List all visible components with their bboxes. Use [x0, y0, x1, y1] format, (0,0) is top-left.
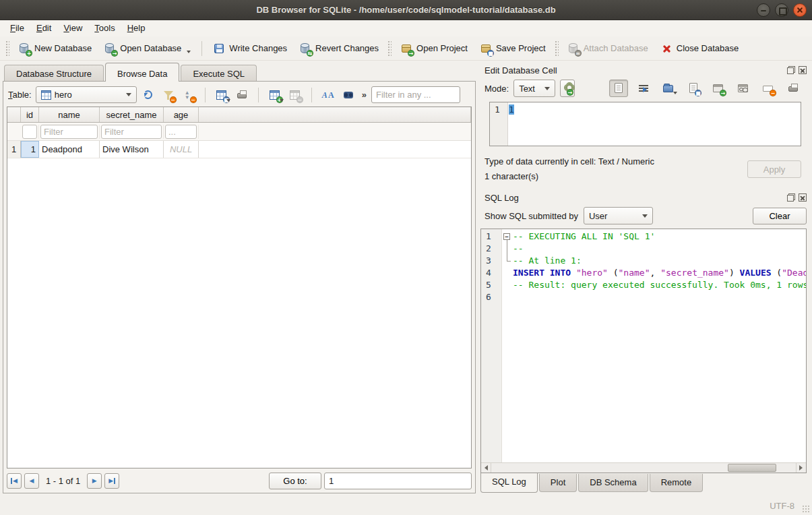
- log-line[interactable]: 6: [481, 291, 806, 303]
- log-line[interactable]: 1−-- EXECUTING ALL IN 'SQL 1': [481, 231, 806, 243]
- print-cell-button[interactable]: [784, 80, 803, 97]
- clear-filters-button[interactable]: −: [160, 86, 177, 104]
- open-database-dropdown-icon[interactable]: [187, 51, 191, 53]
- dock-close-icon[interactable]: [799, 193, 807, 202]
- resize-grip-icon[interactable]: [802, 505, 810, 513]
- revert-changes-button[interactable]: ⇆ Revert Changes: [293, 40, 385, 57]
- refresh-button[interactable]: [139, 86, 157, 104]
- tab-database-structure[interactable]: Database Structure: [4, 65, 104, 81]
- first-record-button[interactable]: ◀: [7, 473, 22, 489]
- import-dropdown-icon[interactable]: [673, 92, 677, 94]
- toolbar-handle[interactable]: [387, 40, 392, 57]
- menu-help[interactable]: Help: [121, 20, 152, 36]
- tab-execute-sql[interactable]: Execute SQL: [181, 65, 257, 81]
- cell-age[interactable]: NULL: [164, 141, 199, 158]
- word-wrap-button[interactable]: [634, 80, 653, 97]
- text-mode-button[interactable]: [609, 80, 628, 97]
- dock-close-icon[interactable]: [799, 66, 807, 74]
- minimize-button[interactable]: [757, 3, 770, 17]
- auto-mode-button[interactable]: →: [560, 80, 575, 97]
- tab-plot[interactable]: Plot: [539, 474, 577, 492]
- toolbar-handle[interactable]: [5, 40, 9, 57]
- open-database-button[interactable]: → Open Database: [98, 40, 197, 57]
- close-database-button[interactable]: Close Database: [654, 40, 745, 57]
- filter-input-name[interactable]: [40, 125, 98, 139]
- menu-file[interactable]: File: [4, 20, 30, 36]
- copy-link-button[interactable]: [734, 80, 753, 97]
- titlebar[interactable]: DB Browser for SQLite - /home/user/code/…: [0, 0, 812, 20]
- new-database-button[interactable]: + New Database: [12, 40, 98, 57]
- filter-any-input[interactable]: [371, 86, 460, 103]
- save-project-button[interactable]: ■ Save Project: [474, 40, 552, 57]
- horizontal-scrollbar[interactable]: [481, 462, 806, 473]
- log-line[interactable]: 4INSERT INTO "hero" ("name", "secret_nam…: [481, 267, 806, 279]
- clear-sorting-button[interactable]: ▲▼−: [180, 86, 197, 104]
- previous-record-button[interactable]: ◀: [24, 473, 39, 489]
- column-header-secret-name[interactable]: secret_name: [100, 107, 164, 122]
- log-line[interactable]: 3-- At line 1:: [481, 255, 806, 267]
- row-header[interactable]: 1: [7, 141, 21, 158]
- filter-input-id[interactable]: [22, 125, 37, 139]
- editor-content[interactable]: 1: [507, 102, 801, 146]
- display-format-button[interactable]: AA: [319, 86, 337, 104]
- menu-tools[interactable]: Tools: [88, 20, 121, 36]
- tab-browse-data[interactable]: Browse Data: [105, 63, 179, 82]
- tab-remote[interactable]: Remote: [650, 474, 704, 492]
- menu-view[interactable]: View: [57, 20, 88, 36]
- export-to-file-button[interactable]: ■: [684, 80, 703, 97]
- delete-record-button[interactable]: −: [286, 86, 304, 104]
- clear-log-button[interactable]: Clear: [753, 208, 807, 224]
- column-header-age[interactable]: age: [164, 107, 199, 122]
- log-line[interactable]: 5-- Result: query executed successfully.…: [481, 279, 806, 291]
- toolbar-handle[interactable]: [555, 40, 559, 57]
- right-pane: Edit Database Cell Mode: Text → ■: [479, 61, 812, 496]
- apply-button[interactable]: Apply: [747, 160, 801, 178]
- cell-secret-name[interactable]: Dive Wilson: [100, 141, 164, 158]
- grid-corner[interactable]: [7, 107, 21, 122]
- export-table-button[interactable]: ■: [213, 86, 230, 104]
- dock-float-icon[interactable]: [787, 193, 795, 202]
- open-external-button[interactable]: →: [709, 80, 728, 97]
- grid-empty-area[interactable]: [7, 158, 471, 468]
- scrollbar-thumb[interactable]: [728, 464, 776, 472]
- sql-log-dock-titlebar[interactable]: SQL Log: [479, 189, 808, 204]
- new-record-button[interactable]: +: [266, 86, 284, 104]
- sql-log-lines[interactable]: 1−-- EXECUTING ALL IN 'SQL 1'2--3-- At l…: [481, 229, 806, 462]
- tab-db-schema[interactable]: DB Schema: [578, 474, 648, 492]
- goto-button[interactable]: Go to:: [269, 473, 321, 489]
- print-table-button[interactable]: [233, 86, 251, 104]
- submitted-by-select[interactable]: User: [584, 207, 653, 224]
- import-from-file-button[interactable]: [659, 80, 678, 97]
- cell-name[interactable]: Deadpond: [39, 141, 100, 158]
- new-record-dropdown-icon[interactable]: [280, 99, 284, 102]
- set-null-button[interactable]: −: [759, 80, 778, 97]
- dock-float-icon[interactable]: [787, 66, 795, 74]
- filter-input-age[interactable]: [165, 125, 197, 139]
- last-record-button[interactable]: ▶: [104, 473, 119, 489]
- tab-sql-log[interactable]: SQL Log: [480, 473, 538, 493]
- mode-select[interactable]: Text: [513, 80, 555, 97]
- toolbar-overflow-button[interactable]: »: [360, 90, 369, 100]
- next-record-button[interactable]: ▶: [87, 473, 102, 489]
- close-window-button[interactable]: [793, 3, 807, 17]
- filter-input-secret-name[interactable]: [101, 125, 162, 139]
- menu-edit[interactable]: Edit: [30, 20, 57, 36]
- log-line[interactable]: 2--: [481, 243, 806, 255]
- export-dropdown-icon[interactable]: [226, 99, 230, 102]
- edit-cell-dock-titlebar[interactable]: Edit Database Cell: [479, 62, 808, 77]
- goto-input[interactable]: [324, 473, 472, 489]
- table-select[interactable]: hero: [36, 86, 137, 103]
- maximize-button[interactable]: [775, 3, 788, 17]
- write-changes-button[interactable]: Write Changes: [207, 40, 293, 57]
- column-header-name[interactable]: name: [39, 107, 100, 122]
- cell-id[interactable]: 1: [21, 141, 39, 158]
- fold-toggle-icon[interactable]: −: [503, 233, 510, 240]
- open-project-button[interactable]: → Open Project: [394, 40, 474, 57]
- scroll-right-icon[interactable]: [796, 463, 806, 473]
- sql-log-viewport[interactable]: 1−-- EXECUTING ALL IN 'SQL 1'2--3-- At l…: [480, 229, 807, 473]
- column-header-id[interactable]: id: [21, 107, 39, 122]
- attach-database-button[interactable]: ∞ Attach Database: [561, 40, 654, 57]
- cell-editor[interactable]: 1 1: [489, 102, 801, 146]
- scroll-left-icon[interactable]: [481, 463, 491, 473]
- find-in-table-button[interactable]: [340, 86, 357, 104]
